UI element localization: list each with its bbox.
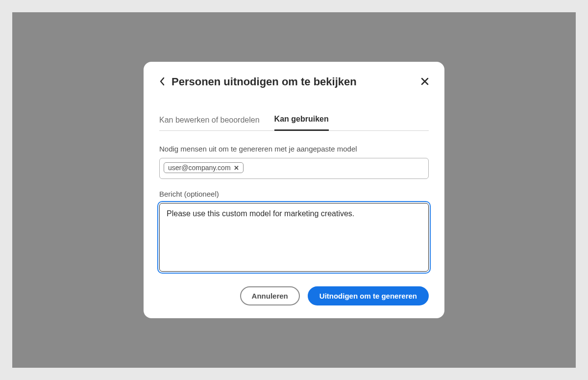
tabs: Kan bewerken of beoordelen Kan gebruiken: [159, 115, 429, 131]
modal-title: Personen uitnodigen om te bekijken: [172, 76, 357, 88]
chevron-left-icon: [159, 77, 165, 88]
message-textarea[interactable]: [159, 203, 429, 272]
modal-actions: Annuleren Uitnodigen om te genereren: [159, 286, 429, 305]
modal-backdrop: Personen uitnodigen om te bekijken Kan b…: [12, 12, 576, 368]
message-label: Bericht (optioneel): [159, 190, 429, 198]
email-chip: user@company.com ✕: [164, 162, 244, 173]
cancel-button[interactable]: Annuleren: [240, 286, 300, 305]
title-group: Personen uitnodigen om te bekijken: [159, 76, 357, 88]
close-icon: ✕: [234, 164, 239, 172]
email-chip-text: user@company.com: [168, 164, 231, 172]
invite-modal: Personen uitnodigen om te bekijken Kan b…: [144, 62, 444, 318]
close-icon: [421, 76, 429, 88]
modal-header: Personen uitnodigen om te bekijken: [159, 76, 429, 88]
email-input[interactable]: user@company.com ✕: [159, 158, 429, 179]
invite-label: Nodig mensen uit om te genereren met je …: [159, 145, 429, 153]
tab-can-use[interactable]: Kan gebruiken: [274, 115, 329, 131]
invite-button[interactable]: Uitnodigen om te genereren: [308, 286, 429, 305]
tab-edit-review[interactable]: Kan bewerken of beoordelen: [159, 115, 260, 131]
email-chip-remove[interactable]: ✕: [234, 165, 239, 171]
back-button[interactable]: [159, 77, 165, 87]
close-button[interactable]: [421, 76, 429, 87]
